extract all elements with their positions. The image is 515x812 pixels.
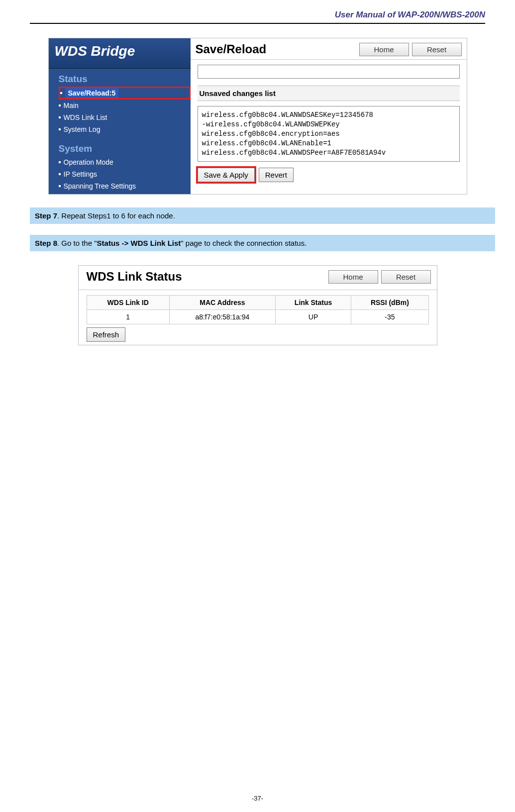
- home-button[interactable]: Home: [359, 43, 409, 56]
- page-number: -37-: [0, 795, 515, 802]
- sidebar-item-main[interactable]: Main: [59, 100, 191, 111]
- save-apply-button[interactable]: Save & Apply: [198, 168, 255, 182]
- sidebar-status-label: Status: [59, 72, 191, 87]
- page-title: Save/Reload: [196, 42, 356, 56]
- bullet-icon: [59, 173, 61, 175]
- bullet-icon: [59, 116, 61, 118]
- bullet-icon: [59, 161, 61, 163]
- reset-button[interactable]: Reset: [381, 270, 431, 284]
- wds-title: WDS Link Status: [87, 270, 325, 284]
- step-7-text: . Repeat Steps1 to 6 for each node.: [57, 211, 175, 220]
- table-row: 1 a8:f7:e0:58:1a:94 UP -35: [87, 310, 428, 324]
- cell-link-status: UP: [275, 310, 351, 324]
- changes-list: wireless.cfg0b8c04.WLANWDSAESKey=1234567…: [198, 106, 460, 162]
- col-wds-link-id: WDS Link ID: [87, 296, 169, 310]
- unsaved-changes-label: Unsaved changes list: [198, 86, 460, 101]
- message-field[interactable]: [198, 65, 460, 79]
- step-8-link: Status -> WDS Link List: [97, 239, 181, 247]
- main-panel: Save/Reload Home Reset Unsaved changes l…: [191, 38, 467, 194]
- document-header: User Manual of WAP-200N/WBS-200N: [30, 0, 485, 24]
- sidebar-item-label: Operation Mode: [64, 158, 113, 166]
- sidebar-system-label: System: [59, 141, 191, 156]
- bullet-icon: [60, 92, 62, 94]
- col-mac-address: MAC Address: [169, 296, 275, 310]
- sidebar-item-label: System Log: [64, 125, 101, 133]
- bullet-icon: [59, 128, 61, 130]
- action-row: Save & Apply Revert: [198, 168, 460, 182]
- wds-link-table: WDS Link ID MAC Address Link Status RSSI…: [87, 295, 429, 324]
- sidebar-item-save-reload[interactable]: Save/Reload:5: [59, 87, 191, 100]
- sidebar-item-label: IP Settings: [64, 170, 97, 178]
- step-8-pre: . Go to the ": [57, 239, 97, 247]
- col-rssi: RSSI (dBm): [351, 296, 428, 310]
- cell-wds-link-id: 1: [87, 310, 169, 324]
- wds-topbar: WDS Link Status Home Reset: [79, 266, 437, 290]
- table-header-row: WDS Link ID MAC Address Link Status RSSI…: [87, 296, 428, 310]
- sidebar-item-label: Save/Reload:5: [65, 88, 119, 98]
- step-8-bar: Step 8. Go to the "Status -> WDS Link Li…: [30, 235, 495, 251]
- revert-button[interactable]: Revert: [259, 168, 294, 182]
- reset-button[interactable]: Reset: [412, 43, 462, 56]
- refresh-button[interactable]: Refresh: [87, 327, 126, 342]
- step-8-label: Step 8: [35, 239, 57, 247]
- home-button[interactable]: Home: [328, 270, 378, 284]
- bullet-icon: [59, 104, 61, 106]
- sidebar-item-operation-mode[interactable]: Operation Mode: [59, 156, 191, 168]
- sidebar-item-spanning-tree[interactable]: Spanning Tree Settings: [59, 180, 191, 192]
- cell-mac-address: a8:f7:e0:58:1a:94: [169, 310, 275, 324]
- sidebar-section-status: Status Save/Reload:5 Main WDS Link List …: [49, 69, 191, 194]
- sidebar-title: WDS Bridge: [49, 38, 191, 69]
- step-8-post: " page to check the connection status.: [181, 239, 307, 247]
- sidebar-item-label: Spanning Tree Settings: [64, 182, 136, 190]
- cell-rssi: -35: [351, 310, 428, 324]
- sidebar-item-label: Main: [64, 102, 79, 109]
- screenshot-wds-link-status: WDS Link Status Home Reset WDS Link ID M…: [78, 265, 437, 345]
- col-link-status: Link Status: [275, 296, 351, 310]
- bullet-icon: [59, 185, 61, 187]
- sidebar-item-label: WDS Link List: [64, 113, 107, 121]
- screenshot-save-reload: WDS Bridge Status Save/Reload:5 Main WDS…: [48, 38, 467, 195]
- step-7-bar: Step 7. Repeat Steps1 to 6 for each node…: [30, 207, 495, 224]
- sidebar-item-ip-settings[interactable]: IP Settings: [59, 168, 191, 180]
- main-topbar: Save/Reload Home Reset: [191, 38, 467, 60]
- sidebar: WDS Bridge Status Save/Reload:5 Main WDS…: [49, 38, 191, 194]
- main-body: Unsaved changes list wireless.cfg0b8c04.…: [191, 60, 467, 189]
- sidebar-item-wds-link-list[interactable]: WDS Link List: [59, 111, 191, 123]
- step-7-label: Step 7: [35, 211, 57, 220]
- sidebar-item-system-log[interactable]: System Log: [59, 123, 191, 135]
